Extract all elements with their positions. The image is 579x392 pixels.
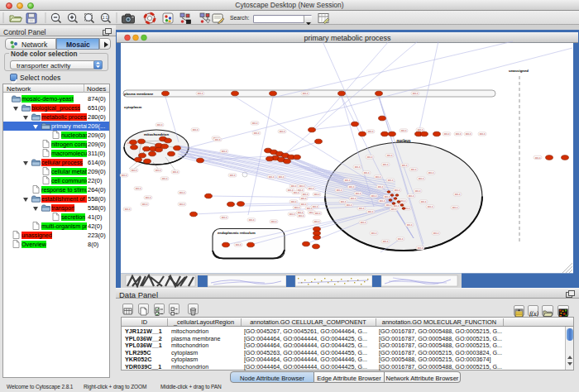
svg-text:xxx-x: xxx-x [398,237,404,241]
svg-text:xxx-x: xxx-x [452,206,458,209]
svg-text:xxx-x: xxx-x [383,163,389,166]
svg-text:xxx-x: xxx-x [402,164,408,167]
svg-text:xxx-x: xxx-x [301,197,307,200]
svg-text:cytoplasm: cytoplasm [124,105,141,109]
svg-text:xxx-x: xxx-x [125,208,131,211]
svg-text:xxx-x: xxx-x [413,92,419,95]
svg-text:unassigned: unassigned [509,69,529,73]
svg-text:xxx-x: xxx-x [388,179,394,182]
svg-text:xxx-x: xxx-x [411,168,417,171]
svg-text:xxx-x: xxx-x [364,171,370,174]
svg-text:endoplasmic reticulum: endoplasmic reticulum [218,231,256,235]
svg-text:xxx-x: xxx-x [142,203,148,206]
svg-text:xxx-x: xxx-x [380,199,385,203]
svg-text:xxx-x: xxx-x [433,232,439,235]
svg-text:xxx-x: xxx-x [314,220,320,223]
svg-text:mitochondrion: mitochondrion [144,132,169,136]
svg-text:xxx-x: xxx-x [249,218,255,222]
svg-text:xxx-x: xxx-x [391,208,397,211]
svg-text:xxx-x: xxx-x [230,174,236,177]
svg-text:primary metabolic process: primary metabolic process [304,34,391,42]
svg-text:xxx-x: xxx-x [179,203,185,206]
svg-text:xxx-x: xxx-x [146,196,151,199]
svg-text:xxx-x: xxx-x [456,132,462,136]
svg-text:xxx-x: xxx-x [299,214,304,218]
svg-text:xxx-x: xxx-x [215,138,221,141]
svg-text:xxx-x: xxx-x [193,128,199,131]
svg-text:xxx-x: xxx-x [480,132,486,136]
svg-text:xxx-x: xxx-x [378,185,384,189]
svg-text:xxx-x: xxx-x [385,195,390,198]
svg-text:xxx-x: xxx-x [294,206,300,209]
svg-text:xxx-x: xxx-x [290,213,295,216]
svg-text:xxx-x: xxx-x [466,132,471,136]
svg-text:xxx-x: xxx-x [383,240,389,243]
svg-text:xxx-x: xxx-x [122,174,127,177]
svg-text:xxx-x: xxx-x [132,169,137,172]
svg-text:xxx-x: xxx-x [415,189,421,193]
svg-text:xxx-x: xxx-x [254,131,260,135]
svg-text:xxx-x: xxx-x [303,193,309,196]
svg-text:xxx-x: xxx-x [407,223,413,227]
svg-text:xxx-x: xxx-x [376,175,381,179]
svg-text:xxx-x: xxx-x [136,187,141,190]
svg-text:nucleus: nucleus [396,139,411,143]
svg-text:xxx-x: xxx-x [428,205,433,208]
svg-text:xxx-x: xxx-x [269,175,275,179]
svg-text:xxx-x: xxx-x [315,212,321,215]
svg-text:1:1: 1:1 [103,15,108,20]
svg-text:xxx-x: xxx-x [421,200,427,203]
svg-text:xxx-x: xxx-x [535,156,541,160]
svg-text:xxx-x: xxx-x [279,175,285,179]
svg-text:xxx-x: xxx-x [198,92,203,95]
svg-text:xxx-x: xxx-x [419,177,424,180]
svg-text:xxx-x: xxx-x [173,170,179,174]
svg-text:xxx-x: xxx-x [271,220,277,223]
svg-text:xxx-x: xxx-x [400,199,406,203]
svg-text:xxx-x: xxx-x [301,203,307,206]
svg-text:xxx-x: xxx-x [252,122,258,125]
svg-text:xxx-x: xxx-x [179,191,185,194]
svg-text:xxx-x: xxx-x [314,193,320,196]
svg-text:xxx-x: xxx-x [394,204,400,208]
svg-text:xxx-x: xxx-x [401,129,407,132]
svg-text:xxx-x: xxx-x [355,165,361,169]
svg-text:xxx-x: xxx-x [347,203,352,207]
svg-text:xxx-x: xxx-x [156,169,161,172]
svg-text:xxx-x: xxx-x [341,200,347,203]
svg-text:xxx-x: xxx-x [157,123,163,127]
svg-text:xxx-x: xxx-x [222,150,227,153]
svg-text:xxx-x: xxx-x [345,179,351,182]
svg-text:xxx-x: xxx-x [291,184,297,188]
svg-text:xxx-x: xxx-x [291,200,297,203]
svg-text:xxx-x: xxx-x [351,197,356,200]
svg-text:xxx-x: xxx-x [444,132,450,136]
svg-text:plasma membrane: plasma membrane [124,92,154,96]
svg-text:xxx-x: xxx-x [367,155,373,159]
svg-text:xxx-x: xxx-x [368,130,374,133]
svg-text:xxx-x: xxx-x [418,246,423,250]
svg-text:xxx-x: xxx-x [222,216,227,219]
svg-text:xxx-x: xxx-x [418,128,423,131]
svg-text:xxx-x: xxx-x [349,185,355,189]
svg-text:xxx-x: xxx-x [294,191,299,194]
svg-text:xxx-x: xxx-x [299,184,305,188]
svg-text:xxx-x: xxx-x [313,205,318,208]
svg-text:xxx-x: xxx-x [409,194,414,198]
svg-text:xxx-x: xxx-x [361,221,366,224]
svg-text:xxx-x: xxx-x [371,194,377,198]
svg-text:xxx-x: xxx-x [309,187,314,190]
svg-text:xxx-x: xxx-x [337,189,342,192]
svg-text:xxx-x: xxx-x [387,154,393,157]
svg-text:xxx-x: xxx-x [162,177,168,180]
svg-text:xxx-x: xxx-x [368,210,374,213]
svg-text:xxx-x: xxx-x [428,171,434,174]
svg-text:xxx-x: xxx-x [356,192,361,195]
svg-text:xxx-x: xxx-x [280,130,285,133]
svg-text:xxx-x: xxx-x [303,92,309,95]
svg-text:xxx-x: xxx-x [386,203,392,207]
svg-text:xxx-x: xxx-x [395,189,400,192]
svg-text:xxx-x: xxx-x [359,207,365,210]
svg-text:xxx-x: xxx-x [236,243,242,246]
svg-text:xxx-x: xxx-x [455,193,461,196]
